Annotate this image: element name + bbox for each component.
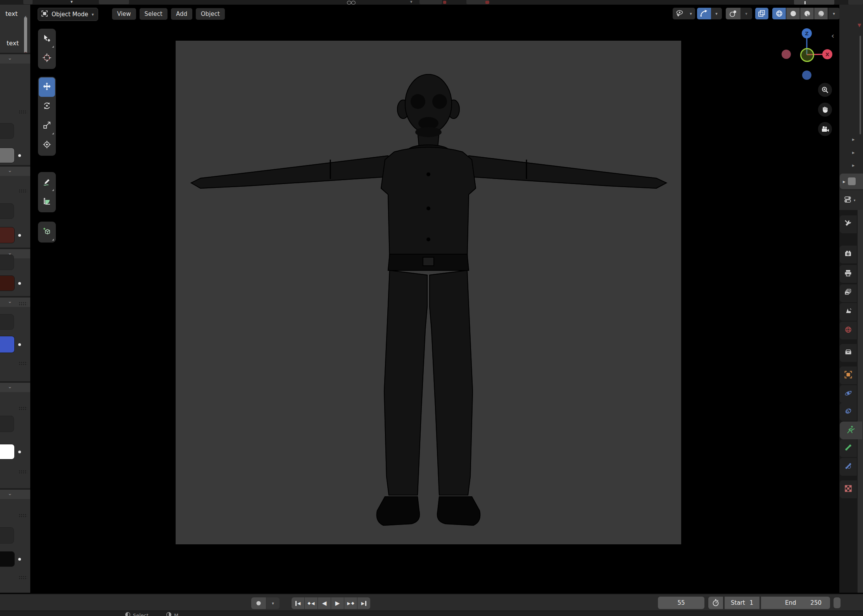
scale-icon — [43, 121, 51, 131]
properties-editor-header[interactable]: ▾ — [839, 191, 863, 210]
properties-tab-texture[interactable] — [840, 480, 857, 498]
wireframe-character-model[interactable] — [177, 58, 681, 546]
sidebar-collapse-arrow[interactable]: ‹ — [831, 31, 834, 40]
panel-drag-grip[interactable] — [19, 514, 27, 517]
move-tool-button[interactable] — [39, 77, 55, 97]
properties-tab-scene[interactable] — [840, 303, 857, 321]
gizmo-toggle-button[interactable] — [755, 8, 768, 19]
panel-header-collapsed[interactable]: ⌄ — [0, 490, 30, 499]
animate-dot[interactable] — [18, 282, 21, 285]
gizmo-neg-x-axis[interactable] — [782, 50, 791, 59]
shading-wireframe-button[interactable] — [772, 8, 786, 19]
animate-dot[interactable] — [18, 558, 21, 561]
jump-start-button[interactable]: ◀ — [292, 597, 304, 609]
properties-tab-render[interactable] — [840, 246, 857, 263]
zoom-button[interactable] — [818, 83, 832, 97]
panel-field[interactable] — [0, 416, 14, 432]
play-button[interactable]: ▶ — [331, 597, 344, 609]
outliner-expand-icon[interactable]: ▸ — [852, 162, 855, 168]
color-swatch[interactable] — [0, 336, 15, 353]
shading-rendered-button[interactable] — [814, 8, 828, 19]
scale-tool-button[interactable] — [39, 116, 55, 136]
properties-panel-sliver — [858, 210, 863, 593]
tweak-tool-button[interactable] — [39, 29, 55, 49]
animate-dot[interactable] — [18, 154, 21, 157]
panel-drag-grip[interactable] — [19, 110, 27, 114]
gizmo-z-axis[interactable]: Z — [802, 28, 812, 38]
outliner-scrollbar[interactable] — [860, 36, 861, 134]
bone-constraint-tab-icon — [844, 462, 853, 472]
keying-set-dropdown[interactable]: ▾ — [266, 597, 280, 609]
panel-drag-grip[interactable] — [19, 406, 27, 410]
add-cube-tool-button[interactable] — [39, 222, 55, 242]
outliner-expand-icon[interactable]: ▸ — [852, 136, 855, 142]
snap-control[interactable]: ▾ — [697, 8, 722, 19]
menu-add[interactable]: Add — [171, 8, 192, 20]
next-key-button[interactable]: ▶◆ — [344, 597, 357, 609]
panel-drag-grip[interactable] — [19, 189, 27, 193]
shading-solid-button[interactable] — [786, 8, 800, 19]
cursor-tool-button[interactable] — [39, 49, 55, 68]
mode-dropdown[interactable]: Object Mode ▾ — [38, 8, 98, 21]
color-swatch[interactable] — [0, 275, 15, 291]
panel-field[interactable] — [0, 314, 14, 330]
properties-tab-collection[interactable] — [840, 344, 857, 362]
color-swatch[interactable] — [0, 551, 15, 567]
rotate-tool-button[interactable] — [39, 97, 55, 116]
properties-tab-world[interactable] — [840, 322, 857, 339]
panel-field[interactable] — [0, 527, 14, 544]
transform-tool-button[interactable] — [39, 136, 55, 155]
overlays-dropdown[interactable]: ▾ — [673, 8, 695, 19]
navigation-gizmo[interactable]: Z X — [775, 27, 837, 81]
proportional-edit-control[interactable]: ▾ — [726, 8, 752, 19]
panel-field[interactable] — [0, 203, 14, 219]
shading-material-preview-button[interactable] — [800, 8, 814, 19]
animate-dot[interactable] — [18, 343, 21, 346]
gizmo-y-axis-center[interactable] — [800, 48, 814, 62]
properties-tab-data[interactable] — [840, 422, 862, 439]
animate-dot[interactable] — [18, 451, 21, 453]
prev-key-button[interactable]: ◆◀ — [305, 597, 318, 609]
properties-tab-bone[interactable] — [840, 439, 857, 457]
panel-drag-grip[interactable] — [19, 470, 27, 473]
view-layer-tab-icon — [844, 288, 853, 298]
shading-dropdown[interactable]: ▾ — [828, 8, 840, 19]
measure-tool-button[interactable] — [39, 192, 55, 212]
panel-drag-grip[interactable] — [19, 361, 27, 365]
jump-end-button[interactable]: ▶ — [357, 597, 370, 609]
panel-header-collapsed[interactable]: ⌄ — [0, 167, 30, 176]
auto-keying-record-button[interactable] — [251, 597, 266, 609]
properties-tab-output[interactable] — [840, 265, 857, 283]
animate-dot[interactable] — [18, 234, 21, 237]
camera-view-button[interactable] — [818, 122, 832, 136]
properties-tab-physics[interactable] — [840, 385, 857, 403]
panel-header-collapsed[interactable]: ⌄ — [0, 54, 30, 64]
panel-field[interactable] — [0, 123, 14, 139]
gizmo-x-axis[interactable]: X — [822, 49, 832, 59]
outliner-selected-row[interactable]: ▸ — [840, 174, 863, 189]
panel-header-collapsed[interactable]: ⌄ — [0, 383, 30, 392]
frame-end-field[interactable]: End 250 — [760, 597, 830, 609]
outliner-expand-icon[interactable]: ▸ — [852, 150, 855, 155]
panel-field[interactable] — [0, 255, 14, 270]
properties-tab-constraints[interactable] — [840, 403, 857, 421]
properties-tab-tool[interactable] — [840, 215, 857, 233]
menu-select[interactable]: Select — [140, 8, 167, 20]
properties-tab-bone-constraint[interactable] — [840, 458, 857, 476]
panel-drag-grip[interactable] — [19, 302, 27, 305]
properties-tab-view-layer[interactable] — [840, 284, 857, 302]
annotate-tool-button[interactable] — [39, 173, 55, 192]
play-reverse-button[interactable]: ◀ — [318, 597, 331, 609]
frame-start-field[interactable]: Start 1 — [724, 597, 759, 609]
panel-drag-grip[interactable] — [19, 576, 27, 579]
properties-tab-object[interactable] — [840, 367, 857, 384]
menu-object[interactable]: Object — [196, 8, 225, 20]
current-frame-field[interactable]: 55 — [658, 597, 704, 609]
use-preview-range-button[interactable] — [708, 597, 723, 609]
pan-hand-button[interactable] — [818, 103, 832, 117]
color-swatch[interactable] — [0, 227, 15, 243]
color-swatch[interactable] — [0, 148, 15, 163]
color-swatch[interactable] — [0, 444, 15, 459]
gizmo-neg-z-axis[interactable] — [802, 71, 811, 80]
menu-view[interactable]: View — [112, 8, 136, 20]
